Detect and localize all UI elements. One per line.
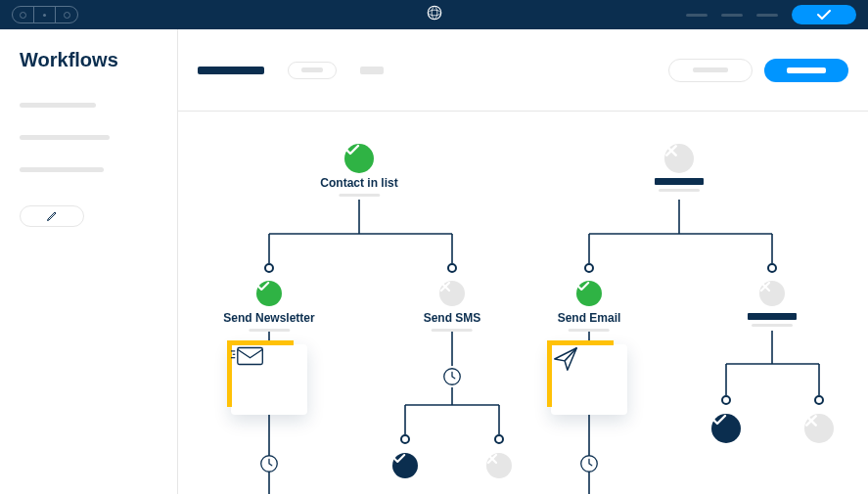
wait-step[interactable] [441,366,463,387]
action-card-newsletter[interactable] [231,344,307,415]
nav-item[interactable] [756,14,778,17]
check-icon [817,10,831,20]
nav-item[interactable] [686,14,708,17]
connector-node [721,395,731,405]
node-label: Send Newsletter [223,311,314,332]
status-badge-success [256,281,282,306]
node-label: Contact in list [320,176,397,197]
workflow-canvas[interactable]: Contact in list Send Newsletter [178,112,868,494]
connector-node [400,434,410,444]
nav-item[interactable] [721,14,743,17]
status-badge-success [344,144,374,173]
edit-button[interactable] [20,205,84,227]
envelope-icon [231,344,264,368]
clock-icon [258,453,280,474]
sidebar-item[interactable] [20,167,104,172]
status-badge-disabled [759,281,785,306]
secondary-action[interactable] [668,59,753,82]
sidebar-item[interactable] [20,135,110,140]
status-badge-success [576,281,602,306]
pencil-icon [46,210,58,222]
connector-node [447,263,457,273]
tab-bar [178,29,868,112]
window-control-group[interactable] [12,6,78,23]
tab[interactable] [360,67,384,74]
app-topbar [0,0,868,29]
sidebar-title: Workflows [20,49,118,71]
wait-step[interactable] [258,453,280,474]
confirm-button[interactable] [792,5,856,24]
clock-icon [578,453,600,474]
node-label-redacted [655,178,704,192]
svg-point-0 [428,6,441,20]
clock-icon [441,366,463,387]
status-badge-disabled [486,453,512,478]
status-badge-disabled [664,144,694,173]
swirl-icon [426,4,443,22]
svg-line-28 [565,348,576,361]
node-label-redacted [748,313,797,327]
main-panel: Contact in list Send Newsletter [178,29,868,494]
connector-node [584,263,594,273]
status-badge-done [711,414,741,443]
tab-pill[interactable] [288,62,337,79]
connector-node [767,263,777,273]
connector-node [814,395,824,405]
connector-node [264,263,274,273]
node-label: Send Email [558,311,621,332]
window-controls [12,6,78,23]
status-badge-done [392,453,418,478]
topbar-actions [686,5,856,24]
status-badge-disabled [439,281,465,306]
tab-active[interactable] [198,67,264,74]
primary-action[interactable] [764,59,848,82]
status-badge-disabled [804,414,834,443]
app-logo [426,4,443,25]
action-card-email[interactable] [551,344,627,415]
paper-plane-icon [551,344,580,374]
svg-rect-22 [238,348,262,365]
sidebar: Workflows [0,29,178,494]
node-label: Send SMS [424,311,481,332]
sidebar-item[interactable] [20,103,96,108]
connector-node [494,434,504,444]
wait-step[interactable] [578,453,600,474]
